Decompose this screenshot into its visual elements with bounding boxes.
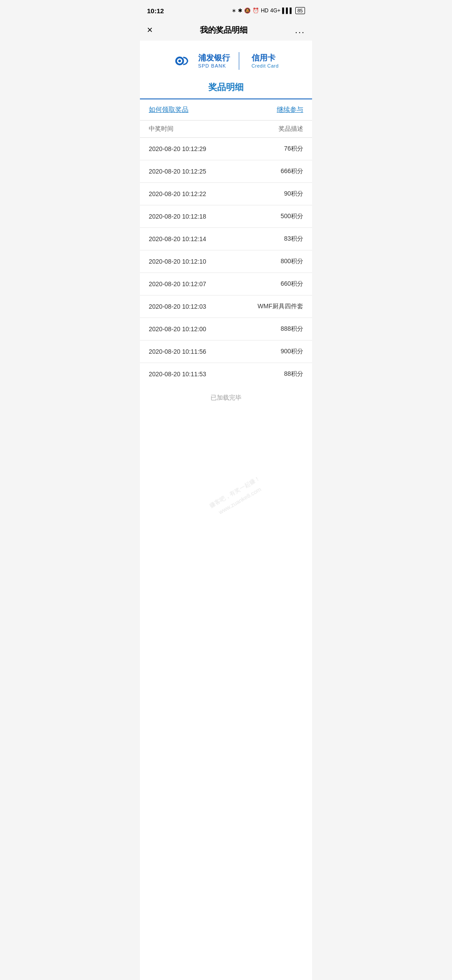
more-button[interactable]: ...	[295, 25, 305, 35]
cell-prize: 90积分	[284, 190, 303, 198]
table-row: 2020-08-20 10:12:07 660积分	[140, 273, 312, 295]
table-row: 2020-08-20 10:11:53 88积分	[140, 363, 312, 385]
table-row: 2020-08-20 10:12:03 WMF厨具四件套	[140, 295, 312, 318]
continue-participate-link[interactable]: 继续参与	[277, 106, 303, 114]
status-icons: ∗ ✱ 🔕 ⏰ HD 4G+ ▌▌▌ 85	[232, 7, 305, 14]
cell-time: 2020-08-20 10:12:07	[149, 280, 206, 288]
cell-time: 2020-08-20 10:12:29	[149, 145, 206, 152]
cell-prize: WMF厨具四件套	[258, 303, 303, 310]
close-button[interactable]: ×	[147, 24, 153, 36]
col-time-header: 中奖时间	[149, 125, 173, 133]
mute-icon: 🔕	[244, 8, 251, 14]
cell-prize: 888积分	[281, 325, 303, 333]
cell-prize: 660积分	[281, 280, 303, 288]
cell-prize: 83积分	[284, 235, 303, 243]
wifi-bars-icon: ▌▌▌	[282, 8, 294, 14]
prize-table: 2020-08-20 10:12:29 76积分 2020-08-20 10:1…	[140, 138, 312, 385]
cell-prize: 800积分	[281, 257, 303, 265]
card-name-cn: 信用卡	[252, 53, 279, 63]
cell-time: 2020-08-20 10:12:10	[149, 258, 206, 265]
action-row: 如何领取奖品 继续参与	[140, 99, 312, 121]
table-row: 2020-08-20 10:12:10 800积分	[140, 250, 312, 273]
page-title: 奖品明细	[208, 82, 244, 92]
col-prize-header: 奖品描述	[279, 125, 303, 133]
card-name-group: 信用卡 Credit Card	[248, 53, 279, 68]
status-bar: 10:12 ∗ ✱ 🔕 ⏰ HD 4G+ ▌▌▌ 85	[140, 0, 312, 19]
cell-time: 2020-08-20 10:12:03	[149, 303, 206, 310]
cell-time: 2020-08-20 10:12:00	[149, 325, 206, 333]
table-header: 中奖时间 奖品描述	[140, 121, 312, 138]
cell-time: 2020-08-20 10:12:25	[149, 168, 206, 175]
cell-time: 2020-08-20 10:12:18	[149, 213, 206, 220]
table-row: 2020-08-20 10:11:56 900积分	[140, 341, 312, 363]
alarm-icon: ⏰	[252, 8, 259, 14]
how-to-redeem-link[interactable]: 如何领取奖品	[149, 106, 188, 114]
cell-prize: 666积分	[281, 167, 303, 175]
status-time: 10:12	[147, 7, 164, 15]
bluetooth-icon2: ✱	[238, 8, 242, 14]
bank-name-en: SPD BANK	[198, 63, 230, 68]
table-row: 2020-08-20 10:12:25 666积分	[140, 160, 312, 183]
logo-section: 浦发银行 SPD BANK 信用卡 Credit Card	[140, 41, 312, 78]
logo-divider	[239, 52, 239, 70]
bank-name-group: 浦发银行 SPD BANK	[198, 53, 230, 68]
table-row: 2020-08-20 10:12:00 888积分	[140, 318, 312, 341]
cell-time: 2020-08-20 10:12:22	[149, 190, 206, 197]
hd-icon: HD	[261, 8, 268, 14]
load-complete: 已加载完毕	[140, 385, 312, 411]
nav-bar: × 我的奖品明细 ...	[140, 19, 312, 41]
cell-prize: 500积分	[281, 212, 303, 220]
spd-bank-logo-icon	[173, 51, 193, 71]
bank-name-cn: 浦发银行	[198, 53, 230, 63]
card-name-en: Credit Card	[252, 63, 279, 68]
table-row: 2020-08-20 10:12:22 90积分	[140, 183, 312, 205]
svg-point-2	[178, 60, 181, 62]
cell-time: 2020-08-20 10:11:56	[149, 348, 206, 355]
bluetooth-icon: ∗	[232, 8, 236, 14]
cell-prize: 88积分	[284, 370, 303, 378]
table-row: 2020-08-20 10:12:14 83积分	[140, 228, 312, 250]
signal-icon: 4G+	[270, 8, 280, 14]
nav-title: 我的奖品明细	[200, 25, 248, 35]
table-row: 2020-08-20 10:12:18 500积分	[140, 205, 312, 228]
cell-prize: 900积分	[281, 348, 303, 356]
cell-time: 2020-08-20 10:12:14	[149, 235, 206, 242]
cell-prize: 76积分	[284, 145, 303, 153]
page-title-section: 奖品明细	[140, 78, 312, 99]
main-content: 浦发银行 SPD BANK 信用卡 Credit Card 奖品明细 如何领取奖…	[140, 41, 312, 980]
table-row: 2020-08-20 10:12:29 76积分	[140, 138, 312, 160]
battery-icon: 85	[295, 7, 305, 14]
cell-time: 2020-08-20 10:11:53	[149, 371, 206, 378]
